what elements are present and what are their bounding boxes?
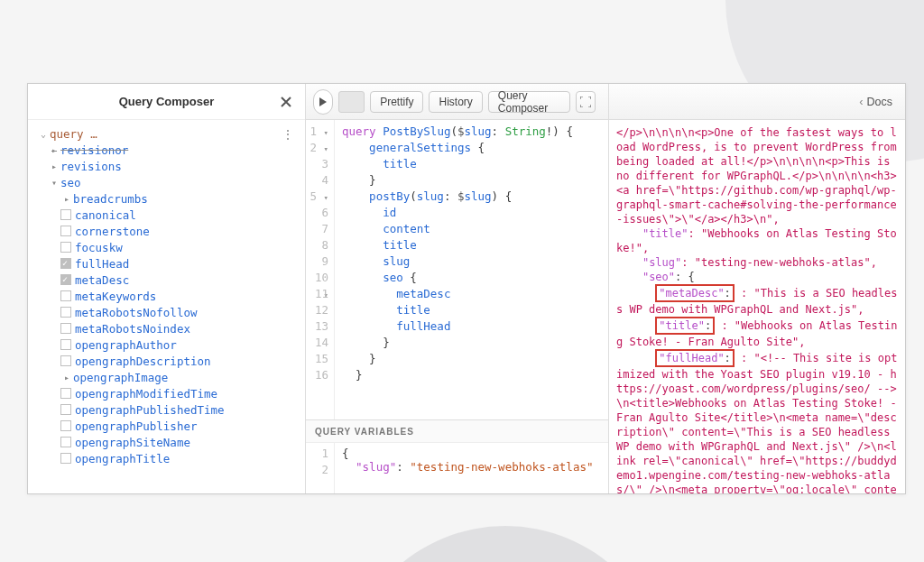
tree-item-canonical[interactable]: canonical bbox=[33, 207, 301, 223]
tree-item-breadcrumbs[interactable]: ▸breadcrumbs bbox=[33, 190, 301, 207]
tree-item-label: metaKeywords bbox=[75, 290, 156, 303]
tree-item-metaRobotsNoindex[interactable]: metaRobotsNoindex bbox=[33, 320, 301, 336]
tree-item-opengraphAuthor[interactable]: opengraphAuthor bbox=[33, 336, 301, 353]
query-composer-toggle-button[interactable]: Query Composer bbox=[488, 91, 570, 113]
tree-menu-button[interactable]: ⋮ bbox=[282, 127, 294, 142]
qv-code[interactable]: { "slug": "testing-new-webhoks-atlas" bbox=[335, 443, 608, 493]
tree-item-opengraphImage[interactable]: ▸opengraphImage bbox=[33, 369, 301, 385]
tree-item-label: canonical bbox=[75, 208, 136, 222]
chevron-down-icon: ⌄ bbox=[37, 129, 50, 139]
operation-name-field[interactable] bbox=[338, 91, 365, 113]
response-text: </p>\n\n\n\n<p>One of the fastest ways t… bbox=[616, 126, 897, 226]
checkbox-icon[interactable] bbox=[60, 339, 71, 350]
checkbox-icon[interactable] bbox=[60, 355, 71, 366]
tree-item-label: opengraphTitle bbox=[75, 452, 170, 465]
tree-item-cornerstone[interactable]: cornerstone bbox=[33, 223, 301, 239]
tree-item-label: opengraphModifiedTime bbox=[75, 387, 217, 401]
tree-item-label: metaRobotsNofollow bbox=[75, 306, 197, 319]
tree-item-revisions[interactable]: ▸revisions bbox=[33, 158, 301, 174]
editor-panel: Prettify History Query Composer 1 ▾2 ▾34… bbox=[306, 84, 609, 493]
query-composer-header: Query Composer bbox=[28, 84, 305, 120]
docs-button[interactable]: ‹ Docs bbox=[854, 95, 898, 108]
tree-item-label: opengraphPublisher bbox=[75, 419, 197, 433]
tree-item-focuskw[interactable]: focuskw bbox=[33, 239, 301, 255]
tree-root-label: query … bbox=[50, 127, 97, 141]
tree-item-opengraphSiteName[interactable]: opengraphSiteName bbox=[33, 434, 301, 450]
checkbox-icon[interactable] bbox=[60, 258, 71, 269]
play-icon bbox=[319, 97, 328, 106]
checkbox-icon[interactable] bbox=[60, 307, 71, 318]
highlight-metaDesc: "metaDesc": bbox=[655, 284, 734, 302]
response-body[interactable]: </p>\n\n\n\n<p>One of the fastest ways t… bbox=[609, 120, 905, 493]
tree-item-opengraphModifiedTime[interactable]: opengraphModifiedTime bbox=[33, 385, 301, 401]
checkbox-icon[interactable] bbox=[60, 274, 71, 285]
tree-item-metaDesc[interactable]: metaDesc bbox=[33, 272, 301, 288]
checkbox-icon[interactable] bbox=[60, 437, 71, 447]
highlight-fullHead: "fullHead": bbox=[655, 349, 734, 367]
editor-toolbar: Prettify History Query Composer bbox=[306, 84, 608, 120]
checkbox-icon[interactable] bbox=[60, 404, 71, 415]
tree-item-fullHead[interactable]: fullHead bbox=[33, 255, 301, 272]
checkbox-icon[interactable] bbox=[60, 226, 71, 236]
response-key: "slug" bbox=[642, 256, 681, 269]
tree-item-label: metaRobotsNoindex bbox=[75, 322, 190, 336]
query-editor[interactable]: 1 ▾2 ▾345 ▾678910 ▾111213141516 query Po… bbox=[306, 120, 608, 419]
response-panel: ‹ Docs </p>\n\n\n\n<p>One of the fastest… bbox=[609, 84, 905, 493]
tree-item-label: cornerstone bbox=[75, 225, 150, 238]
tree-item-label: opengraphImage bbox=[73, 371, 168, 384]
checkbox-icon[interactable] bbox=[60, 453, 71, 464]
response-toolbar: ‹ Docs bbox=[609, 84, 905, 120]
schema-tree: ⌄ query … ⋮ ▸revisionor▸revisions▾seo▸br… bbox=[33, 125, 301, 466]
tree-item-metaKeywords[interactable]: metaKeywords bbox=[33, 288, 301, 304]
query-variables-header[interactable]: QUERY VARIABLES bbox=[306, 419, 608, 443]
tree-item-label: breadcrumbs bbox=[73, 192, 148, 206]
tree-item-metaRobotsNofollow[interactable]: metaRobotsNofollow bbox=[33, 304, 301, 320]
response-key: "title" bbox=[642, 227, 688, 240]
tree-item-opengraphTitle[interactable]: opengraphTitle bbox=[33, 450, 301, 466]
checkbox-icon[interactable] bbox=[60, 323, 71, 334]
query-composer-body[interactable]: ⌄ query … ⋮ ▸revisionor▸revisions▾seo▸br… bbox=[28, 120, 305, 493]
decorative-circle bbox=[343, 526, 668, 562]
query-variables-editor[interactable]: 12 { "slug": "testing-new-webhoks-atlas" bbox=[306, 443, 608, 493]
close-icon bbox=[279, 95, 293, 109]
checkbox-icon[interactable] bbox=[60, 388, 71, 399]
editor-code[interactable]: query PostBySlug($slug: String!) { gener… bbox=[335, 120, 608, 419]
tree-item-opengraphPublishedTime[interactable]: opengraphPublishedTime bbox=[33, 401, 301, 418]
tree-item-label: revisionor bbox=[60, 143, 128, 157]
chevron-right-icon: ▸ bbox=[48, 161, 60, 171]
chevron-down-icon: ▾ bbox=[48, 178, 60, 188]
chevron-right-icon: ▸ bbox=[48, 145, 60, 155]
tree-item-label: opengraphAuthor bbox=[75, 338, 177, 352]
tree-item-seo[interactable]: ▾seo bbox=[33, 174, 301, 190]
tree-item-label: opengraphSiteName bbox=[75, 436, 190, 449]
tree-item-label: opengraphPublishedTime bbox=[75, 403, 225, 417]
fullscreen-icon bbox=[580, 97, 591, 107]
history-button[interactable]: History bbox=[429, 91, 482, 113]
chevron-left-icon: ‹ bbox=[859, 95, 863, 108]
tree-item-label: revisions bbox=[60, 160, 122, 173]
highlight-title: "title": bbox=[655, 317, 715, 335]
close-composer-button[interactable] bbox=[276, 92, 296, 112]
docs-label: Docs bbox=[867, 96, 892, 108]
chevron-right-icon: ▸ bbox=[60, 194, 73, 204]
prettify-button[interactable]: Prettify bbox=[370, 91, 423, 113]
tree-item-label: focuskw bbox=[75, 241, 123, 254]
tree-item-label: seo bbox=[60, 176, 81, 189]
tree-root-query[interactable]: ⌄ query … ⋮ bbox=[33, 125, 301, 142]
checkbox-icon[interactable] bbox=[60, 290, 71, 301]
graphiql-window: Query Composer ⌄ query … ⋮ ▸revisionor▸r… bbox=[27, 83, 906, 494]
tree-item-label: fullHead bbox=[75, 257, 129, 271]
editor-gutter: 1 ▾2 ▾345 ▾678910 ▾111213141516 bbox=[306, 120, 335, 419]
fullscreen-button[interactable] bbox=[576, 91, 596, 113]
tree-item-revisionor[interactable]: ▸revisionor bbox=[33, 142, 301, 158]
chevron-right-icon: ▸ bbox=[60, 373, 73, 382]
tree-item-opengraphPublisher[interactable]: opengraphPublisher bbox=[33, 418, 301, 434]
query-composer-panel: Query Composer ⌄ query … ⋮ ▸revisionor▸r… bbox=[28, 84, 306, 493]
checkbox-icon[interactable] bbox=[60, 209, 71, 220]
checkbox-icon[interactable] bbox=[60, 242, 71, 253]
checkbox-icon[interactable] bbox=[60, 420, 71, 431]
tree-item-label: opengraphDescription bbox=[75, 355, 211, 368]
tree-item-label: metaDesc bbox=[75, 273, 129, 287]
tree-item-opengraphDescription[interactable]: opengraphDescription bbox=[33, 353, 301, 369]
execute-query-button[interactable] bbox=[313, 89, 333, 115]
